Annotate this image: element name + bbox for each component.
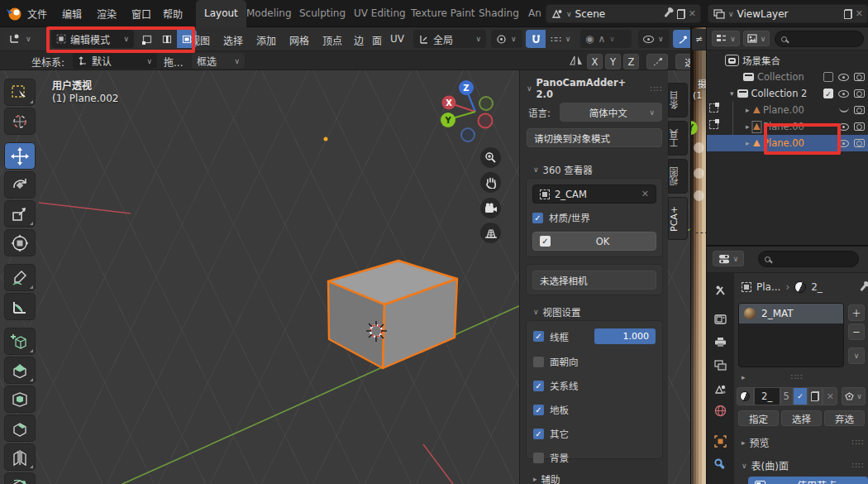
select-box-dropdown[interactable]: 框选 ∨ xyxy=(192,53,245,69)
tab-viewlayer-properties[interactable] xyxy=(707,354,734,376)
mirror-x-button[interactable]: X xyxy=(587,54,603,69)
tool-annotate[interactable] xyxy=(4,264,36,291)
material-slot-list[interactable]: 2_MAT xyxy=(738,303,844,367)
use-nodes-button[interactable]: 使用节点 xyxy=(748,477,868,484)
menu-add[interactable]: 添加 xyxy=(256,33,276,47)
unlink-material-button[interactable]: ✕ xyxy=(823,387,837,405)
expand-icon[interactable]: ▸ xyxy=(746,106,750,114)
camera-render-icon[interactable] xyxy=(854,73,865,81)
breadcrumb-material[interactable]: 2_ xyxy=(811,281,856,293)
tab-modifier-properties[interactable] xyxy=(707,453,734,475)
select-mode-edge-button[interactable] xyxy=(157,30,177,48)
editor-type-button[interactable]: ∨ xyxy=(3,30,40,48)
floor-row[interactable]: ✓ 地板 xyxy=(533,403,656,416)
tool-knife[interactable] xyxy=(4,472,36,484)
pin-icon[interactable] xyxy=(665,10,671,17)
breadcrumb-object[interactable]: Pla... xyxy=(756,281,780,293)
camera-render-icon[interactable] xyxy=(854,89,865,98)
remove-slot-button[interactable]: − xyxy=(848,323,865,340)
outliner-search-input[interactable] xyxy=(775,31,864,47)
checkbox-checked-icon[interactable]: ✓ xyxy=(533,331,544,342)
tool-cursor[interactable] xyxy=(4,108,36,135)
addon-panel-header[interactable]: ∨ PanoCamAdder+ 2.0 ∷∷ xyxy=(527,77,662,100)
mini-camera-button[interactable] xyxy=(694,190,704,201)
background-row[interactable]: 背景 xyxy=(533,451,656,464)
coord-system-dropdown[interactable]: 默认 ∨ xyxy=(73,53,157,69)
pan-hand-button[interactable] xyxy=(480,172,501,193)
workspace-tab-sculpting[interactable]: Sculpting xyxy=(291,0,354,27)
eye-icon[interactable] xyxy=(838,123,849,131)
menu-file[interactable]: 文件 xyxy=(27,7,47,21)
no-camera-button[interactable]: 未选择相机 xyxy=(532,271,656,290)
menu-help[interactable]: 帮助 xyxy=(163,7,183,21)
tool-select-box[interactable] xyxy=(4,79,36,106)
tool-rotate[interactable] xyxy=(4,171,36,199)
camera-field[interactable]: 2_CAM ✕ xyxy=(532,184,656,204)
show-gizmo-dropdown[interactable]: ∨ xyxy=(638,30,670,48)
deselect-button[interactable]: 弃选 xyxy=(824,410,865,426)
scene-selector[interactable]: ∨ Scene ✕ xyxy=(546,4,701,23)
menu-mesh[interactable]: 网格 xyxy=(289,33,309,47)
new-viewlayer-icon[interactable] xyxy=(844,9,852,19)
surface-panel-header[interactable]: ∨ 表(曲)面 ∷∷ xyxy=(742,458,864,472)
checkbox-checked-icon[interactable]: ✓ xyxy=(533,381,544,391)
properties-search-input[interactable] xyxy=(758,251,859,267)
menu-vertex[interactable]: 顶点 xyxy=(322,33,342,47)
mini-gizmo-y-ball[interactable]: Y xyxy=(690,121,698,135)
node-tree-selector[interactable]: ∨ xyxy=(842,387,866,405)
material-name-field[interactable]: 2_ xyxy=(754,387,780,405)
proportional-editing-buttons[interactable]: ◉ ∧ ∨ xyxy=(580,30,632,48)
checkbox-unchecked-icon[interactable] xyxy=(533,357,544,367)
material-users-count[interactable]: 5 xyxy=(780,387,793,405)
add-slot-button[interactable]: ＋ xyxy=(848,304,865,321)
tab-tool-properties[interactable] xyxy=(707,280,734,301)
tab-view[interactable]: 视图 xyxy=(668,159,688,194)
checkbox-unchecked-icon[interactable] xyxy=(533,453,544,463)
material-browse-button[interactable] xyxy=(737,387,754,405)
eye-icon[interactable] xyxy=(838,90,849,98)
copy-material-button[interactable] xyxy=(808,387,823,405)
tool-inset[interactable] xyxy=(4,386,36,413)
menu-select[interactable]: 选择 xyxy=(223,33,243,47)
material-slot-selected[interactable]: 2_MAT xyxy=(739,304,843,323)
drag-handle-icon[interactable]: ∷∷ xyxy=(650,84,662,93)
snap-proportional-button[interactable] xyxy=(646,54,668,69)
secondary-3d-viewport[interactable]: ≠ 摄 (1 Y xyxy=(690,27,707,484)
viewer-section-header[interactable]: ∨ 360 查看器 xyxy=(533,163,593,176)
fake-user-shield-button[interactable]: ✓ xyxy=(793,387,808,405)
menu-uv[interactable]: UV xyxy=(390,33,404,45)
menu-render[interactable]: 渲染 xyxy=(97,7,117,21)
mini-zoom-button[interactable] xyxy=(694,142,704,153)
tab-world-properties[interactable] xyxy=(707,400,734,421)
outliner-row-plane3-selected[interactable]: ▸ ▼ Plane.00 xyxy=(707,135,868,151)
assign-button[interactable]: 指定 xyxy=(738,410,779,426)
tool-bevel[interactable] xyxy=(4,415,36,442)
checkbox-checked-icon[interactable]: ✓ xyxy=(532,213,543,223)
outliner-row-plane1[interactable]: ▸ ▼ Plane.00 xyxy=(707,102,868,118)
exclude-checkbox-checked[interactable]: ✓ xyxy=(823,89,833,98)
expand-icon[interactable]: ▸ xyxy=(746,139,750,147)
tab-output-properties[interactable] xyxy=(707,331,734,352)
exclude-checkbox[interactable] xyxy=(823,72,833,82)
outliner-row-scene-collection[interactable]: 场景集合 xyxy=(707,52,868,69)
tool-extrude[interactable] xyxy=(4,357,36,384)
assist-section-header[interactable]: ▸ 辅助 xyxy=(533,472,560,484)
tab-render-properties[interactable] xyxy=(707,308,734,329)
tool-measure[interactable] xyxy=(4,293,36,320)
relationship-lines-row[interactable]: ✓ 关系线 xyxy=(533,379,656,392)
menu-face[interactable]: 面 xyxy=(372,33,382,47)
mirror-z-button[interactable]: Z xyxy=(623,54,639,69)
display-mode-dropdown[interactable]: ∨ xyxy=(712,31,740,46)
menu-edge[interactable]: 边 xyxy=(354,33,364,47)
camera-render-icon[interactable] xyxy=(854,139,865,147)
close-icon[interactable]: ✕ xyxy=(856,8,863,19)
checkbox-checked-icon[interactable]: ✓ xyxy=(533,405,544,415)
tab-tool[interactable]: 工具 xyxy=(668,121,688,156)
language-dropdown[interactable]: 简体中文 ∨ xyxy=(560,103,662,122)
mini-pan-button[interactable] xyxy=(694,168,704,179)
tool-transform[interactable] xyxy=(4,229,36,256)
workspace-tab-shading[interactable]: Shading xyxy=(470,0,527,27)
expand-icon[interactable]: ▾ xyxy=(730,89,734,98)
drag-label[interactable]: 拖... xyxy=(164,55,183,69)
material-world-checkbox-row[interactable]: ✓ 材质/世界 xyxy=(532,211,656,224)
